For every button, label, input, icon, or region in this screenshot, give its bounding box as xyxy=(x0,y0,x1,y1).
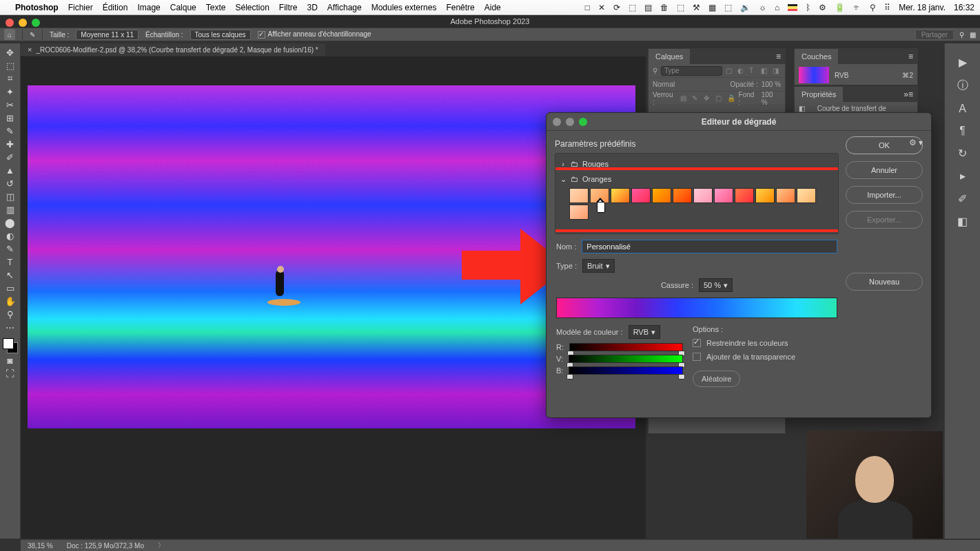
status-icon[interactable]: ⚒ xyxy=(693,3,700,12)
status-icon[interactable]: ⌂ xyxy=(775,3,779,12)
properties-tab[interactable]: Propriétés xyxy=(795,87,844,102)
zoom-window-icon[interactable] xyxy=(32,19,40,27)
channel-rgb[interactable]: RVB ⌘2 xyxy=(799,67,913,83)
menu-filtre[interactable]: Filtre xyxy=(279,3,298,12)
gradient-swatch[interactable] xyxy=(673,188,692,203)
move-tool[interactable]: ✥ xyxy=(2,46,19,59)
status-icon[interactable]: □ xyxy=(585,3,590,12)
new-button[interactable]: Nouveau xyxy=(846,273,923,291)
restrict-colors-checkbox[interactable]: Restreindre les couleurs xyxy=(693,339,837,347)
flag-icon[interactable] xyxy=(788,4,797,11)
search-icon[interactable]: ⚲ xyxy=(959,31,964,39)
menu-image[interactable]: Image xyxy=(137,3,160,12)
actions-icon[interactable]: ▸ xyxy=(960,169,966,183)
wand-tool[interactable]: ✦ xyxy=(2,85,19,98)
gradient-swatch[interactable] xyxy=(590,188,609,203)
color-model-select[interactable]: RVB▾ xyxy=(629,325,660,339)
blur-tool[interactable]: ⬤ xyxy=(2,216,19,229)
close-window-icon[interactable] xyxy=(6,19,14,27)
size-select[interactable]: Moyenne 11 x 11 xyxy=(76,30,139,40)
status-icon[interactable]: 🔉 xyxy=(740,3,751,12)
toggles-icon[interactable]: ⚙ xyxy=(819,3,826,12)
status-icon[interactable]: ⟳ xyxy=(613,3,620,12)
path-tool[interactable]: ↖ xyxy=(2,269,19,281)
menu-affichage[interactable]: Affichage xyxy=(327,3,362,12)
wifi-icon[interactable]: ᯤ xyxy=(853,3,861,12)
screenmode-tool[interactable]: ⛶ xyxy=(2,367,19,380)
gradient-swatch[interactable] xyxy=(652,188,671,203)
status-icon[interactable]: 🗑 xyxy=(660,3,668,12)
brush-icon[interactable]: ✐ xyxy=(958,192,967,205)
bluetooth-icon[interactable]: ᛒ xyxy=(806,3,810,12)
gradient-swatch[interactable] xyxy=(611,188,630,203)
g-slider[interactable] xyxy=(569,355,683,363)
panel-menu-icon[interactable]: ≡ xyxy=(772,52,785,61)
minimize-window-icon[interactable] xyxy=(19,19,27,27)
paragraph-icon[interactable]: ¶ xyxy=(959,125,966,137)
presets-gear-icon[interactable]: ⚙ ▾ xyxy=(909,138,923,147)
filter-shape-icon[interactable]: ◧ xyxy=(761,67,769,75)
folder-oranges[interactable]: ⌄ 🗀 Oranges xyxy=(558,171,835,187)
lock-all-icon[interactable]: 🔒 xyxy=(727,94,735,103)
status-icon[interactable]: ⬚ xyxy=(677,3,684,12)
close-tab-icon[interactable]: × xyxy=(28,45,32,54)
control-center-icon[interactable]: ⠿ xyxy=(884,3,890,12)
menu-3d[interactable]: 3D xyxy=(307,3,318,12)
gradient-swatch[interactable] xyxy=(569,188,589,203)
zoom-tool[interactable]: ⚲ xyxy=(2,308,19,320)
show-ring-checkbox[interactable] xyxy=(258,31,265,39)
add-transparency-checkbox[interactable]: Ajouter de la transparence xyxy=(693,353,837,361)
eraser-tool[interactable]: ◫ xyxy=(2,190,19,202)
folder-rouges[interactable]: › 🗀 Rouges xyxy=(558,156,835,171)
panel-menu-icon[interactable]: »≡ xyxy=(899,90,917,99)
layers-icon[interactable]: ◧ xyxy=(957,215,968,228)
menu-fenetre[interactable]: Fenêtre xyxy=(446,3,474,12)
menu-calque[interactable]: Calque xyxy=(170,3,196,12)
info-icon[interactable]: ⓘ xyxy=(957,79,968,93)
menu-aide[interactable]: Aide xyxy=(484,3,501,12)
menubar-time[interactable]: 16:32 xyxy=(954,3,974,12)
menu-modules[interactable]: Modules externes xyxy=(371,3,437,12)
document-tab[interactable]: × _ROC0606-Modifier-2.psd @ 38,2% (Courb… xyxy=(21,43,325,56)
status-icon[interactable]: ⬚ xyxy=(724,3,732,12)
menu-fichier[interactable]: Fichier xyxy=(68,3,93,12)
dialog-close-icon[interactable] xyxy=(553,118,561,126)
pen-tool[interactable]: ✎ xyxy=(2,242,19,255)
type-tool[interactable]: T xyxy=(2,256,19,268)
play-icon[interactable]: ▶ xyxy=(959,56,967,69)
history-brush-tool[interactable]: ↺ xyxy=(2,177,19,189)
sample-select[interactable]: Tous les calques xyxy=(190,30,251,40)
gradient-swatch[interactable] xyxy=(714,188,733,203)
lasso-tool[interactable]: ⌗ xyxy=(2,72,19,85)
more-tools[interactable]: ⋯ xyxy=(2,321,19,333)
filter-smart-icon[interactable]: ◨ xyxy=(773,67,781,75)
menu-selection[interactable]: Sélection xyxy=(235,3,269,12)
opacity-value[interactable]: 100 % xyxy=(762,81,781,88)
gradient-swatch[interactable] xyxy=(569,205,589,220)
gradient-swatch[interactable] xyxy=(693,188,713,203)
fill-value[interactable]: 100 % xyxy=(762,91,781,106)
status-icon[interactable]: ▤ xyxy=(644,3,652,12)
workspace-icon[interactable]: ▦ xyxy=(970,31,976,39)
layers-tab[interactable]: Calques xyxy=(649,49,691,64)
menu-edition[interactable]: Édition xyxy=(103,3,128,12)
shape-tool[interactable]: ▭ xyxy=(2,282,19,294)
presets-list[interactable]: › 🗀 Rouges ⌄ 🗀 Oranges xyxy=(555,153,839,234)
channels-tab[interactable]: Couches xyxy=(795,49,839,64)
menubar-date[interactable]: Mer. 18 janv. xyxy=(899,3,946,12)
panel-menu-icon[interactable]: ≡ xyxy=(904,52,917,61)
healing-tool[interactable]: ✚ xyxy=(2,138,19,150)
name-input[interactable] xyxy=(582,240,837,253)
b-slider[interactable] xyxy=(569,366,683,375)
roughness-input[interactable]: 50 %▾ xyxy=(699,278,733,292)
character-icon[interactable]: A xyxy=(959,103,966,115)
menu-texte[interactable]: Texte xyxy=(206,3,226,12)
lock-trans-icon[interactable]: ▤ xyxy=(680,94,688,103)
filter-type-icon[interactable]: T xyxy=(749,67,757,75)
eyedropper-tool[interactable]: ✎ xyxy=(2,125,19,137)
hand-tool[interactable]: ✋ xyxy=(2,295,19,307)
home-button[interactable]: ⌂ xyxy=(4,29,15,40)
filter-adjust-icon[interactable]: ◐ xyxy=(737,67,746,75)
status-icon[interactable]: ✕ xyxy=(598,3,605,12)
stamp-tool[interactable]: ▲ xyxy=(2,164,19,176)
